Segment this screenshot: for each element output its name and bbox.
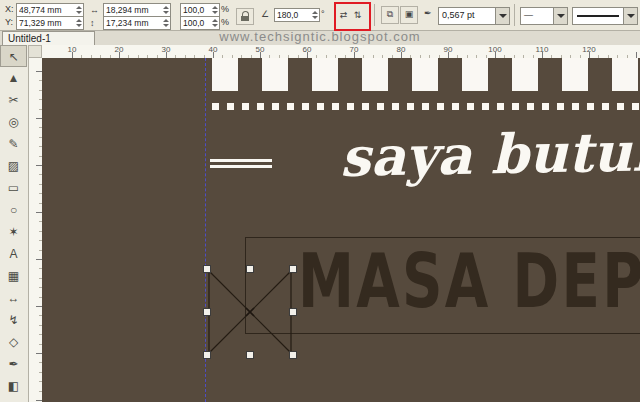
freehand-tool[interactable]: ✎ <box>0 133 27 155</box>
smart-fill-tool[interactable]: ▨ <box>0 155 27 177</box>
x-position-input[interactable] <box>18 4 76 15</box>
dimension-tool[interactable]: ↔ <box>0 287 27 309</box>
rotation-angle-field <box>274 8 320 22</box>
ruler-number: 30 <box>162 45 171 54</box>
selection-handle-nw[interactable] <box>204 266 211 273</box>
ruler-number: 90 <box>444 45 453 54</box>
text-tool[interactable]: A <box>0 243 27 265</box>
selection-handle-ne[interactable] <box>290 266 297 273</box>
shape-tool[interactable]: ▲ <box>0 67 27 89</box>
dropdown-arrow-icon[interactable] <box>553 8 567 24</box>
horizontal-ruler[interactable]: 102030405060708090100110120 <box>42 45 640 59</box>
y-position-field <box>16 16 84 30</box>
annotation-highlight: ⇄ ⇅ <box>334 2 371 31</box>
ruler-number: 120 <box>582 45 595 54</box>
wrap-paragraph-text-button[interactable]: ▣ <box>400 6 418 24</box>
object-height-icon: ↕ <box>90 18 95 28</box>
selection-handle-s[interactable] <box>247 352 254 359</box>
document-tab[interactable]: Untitled-1 <box>2 31 95 45</box>
ruler-number: 60 <box>303 45 312 54</box>
blend-tool[interactable]: ◇ <box>0 331 27 353</box>
object-height-field <box>103 16 171 30</box>
toolbox: ↖▲✂◎✎▨▭○✶A▦↔↯◇✒◧ <box>0 45 29 402</box>
drawing-canvas[interactable]: saya butuh MASA DEPA <box>42 58 640 402</box>
outline-pen-icon: ✒ <box>424 8 432 18</box>
scale-v-input[interactable] <box>182 17 212 28</box>
scale-lock-button[interactable] <box>236 8 254 25</box>
percent-label-h: % <box>221 4 229 14</box>
connector-tool[interactable]: ↯ <box>0 309 27 331</box>
line-style-value: — <box>524 10 533 20</box>
crop-tool[interactable]: ✂ <box>0 89 27 111</box>
outline-width-combo[interactable]: 0,567 pt <box>438 7 510 25</box>
pick-tool[interactable]: ↖ <box>0 45 27 67</box>
object-height-input[interactable] <box>105 17 163 28</box>
ruler-number: 70 <box>350 45 359 54</box>
ruler-corner <box>28 45 42 58</box>
ruler-number: 50 <box>256 45 265 54</box>
fill-tool[interactable]: ◧ <box>0 375 27 397</box>
line-style-combo[interactable]: — <box>520 7 568 25</box>
y-position-input[interactable] <box>18 17 76 28</box>
ruler-number: 20 <box>115 45 124 54</box>
rectangle-tool[interactable]: ▭ <box>0 177 27 199</box>
percent-label-v: % <box>221 17 229 27</box>
selection-handle-n[interactable] <box>247 266 254 273</box>
ruler-number: 10 <box>68 45 77 54</box>
scale-v-field <box>180 16 220 30</box>
ruler-number: 100 <box>488 45 501 54</box>
rotation-angle-icon: ∠ <box>261 9 269 19</box>
arrowhead-style-combo[interactable] <box>572 7 638 25</box>
convert-to-curves-button[interactable]: ⧉ <box>381 6 399 24</box>
separator <box>514 4 515 26</box>
dropdown-arrow-icon[interactable] <box>623 8 637 24</box>
selection-handle-w[interactable] <box>204 309 211 316</box>
x-label: X: <box>5 4 14 14</box>
outline-width-value: 0,567 pt <box>442 10 475 20</box>
scale-h-field <box>180 3 220 17</box>
scale-h-input[interactable] <box>182 4 212 15</box>
selection-overlay <box>42 58 640 402</box>
line-sample <box>577 15 619 17</box>
property-bar: X: Y: ↔ ↕ % % ∠ ° ⇄ ⇅ ⧉ ▣ ✒ 0,567 pt — <box>0 0 640 31</box>
x-position-field <box>16 3 84 17</box>
ellipse-tool[interactable]: ○ <box>0 199 27 221</box>
selection-center-marker[interactable] <box>246 308 254 316</box>
polygon-tool[interactable]: ✶ <box>0 221 27 243</box>
ruler-number: 80 <box>397 45 406 54</box>
dropdown-arrow-icon[interactable] <box>495 8 509 24</box>
table-tool[interactable]: ▦ <box>0 265 27 287</box>
mirror-horizontal-button[interactable]: ⇄ <box>337 6 350 24</box>
separator <box>374 4 375 26</box>
selection-handle-sw[interactable] <box>204 352 211 359</box>
mirror-vertical-button[interactable]: ⇅ <box>351 6 364 24</box>
zoom-tool[interactable]: ◎ <box>0 111 27 133</box>
object-width-field <box>103 3 171 17</box>
selection-handle-e[interactable] <box>290 309 297 316</box>
app-window: { "property_bar": { "x_label": "X:", "y_… <box>0 0 640 402</box>
watermark-text: www.techsigntic.blogspot.com <box>219 29 420 44</box>
outline-pen-tool[interactable]: ✒ <box>0 353 27 375</box>
y-label: Y: <box>5 17 13 27</box>
object-width-icon: ↔ <box>90 5 99 15</box>
ruler-number: 40 <box>209 45 218 54</box>
selection-handle-se[interactable] <box>290 352 297 359</box>
ruler-number: 110 <box>536 45 549 54</box>
vertical-ruler[interactable] <box>28 58 43 402</box>
degree-label: ° <box>321 9 325 19</box>
object-width-input[interactable] <box>105 4 163 15</box>
rotation-angle-input[interactable] <box>276 9 312 20</box>
